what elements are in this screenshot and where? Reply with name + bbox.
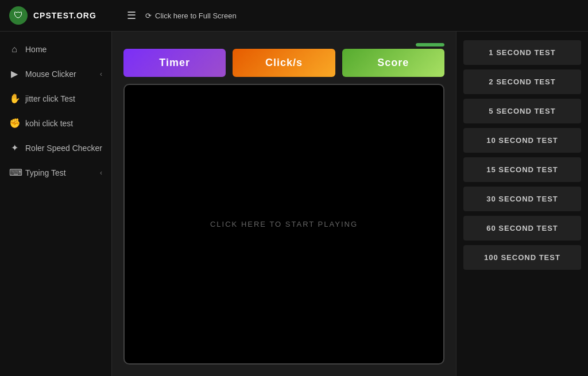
sidebar-item-left-roler-speed: ✦Roler Speed Checker (9, 142, 102, 153)
sidebar-item-roler-speed[interactable]: ✦Roler Speed Checker (0, 135, 111, 160)
test-button-2s[interactable]: 2 SECOND TEST (463, 69, 581, 94)
timer-button[interactable]: Timer (123, 49, 226, 77)
test-button-30s[interactable]: 30 SECOND TEST (463, 187, 581, 211)
fullscreen-label: Click here to Full Screen (155, 11, 237, 20)
sidebar-icon-jitter-click: ✋ (9, 93, 20, 104)
header-controls: ☰ ⟳ Click here to Full Screen (121, 9, 237, 22)
progress-bar-fill (416, 43, 444, 46)
clicks-button[interactable]: Click/s (233, 49, 335, 77)
sidebar-item-typing-test[interactable]: ⌨Typing Test‹ (0, 160, 111, 185)
sidebar-label-roler-speed: Roler Speed Checker (25, 144, 102, 153)
test-button-100s[interactable]: 100 SECOND TEST (463, 245, 581, 270)
progress-bar-container (123, 43, 444, 46)
test-button-60s[interactable]: 60 SECOND TEST (463, 216, 581, 241)
sidebar-label-kohi-click: kohi click test (25, 119, 73, 128)
sidebar-item-left-home: ⌂Home (9, 44, 47, 55)
sidebar-label-typing-test: Typing Test (25, 168, 66, 177)
logo-text: CPSTEST.ORG (33, 11, 96, 20)
sidebar-item-home[interactable]: ⌂Home (0, 37, 111, 61)
sidebar-item-jitter-click[interactable]: ✋jitter click Test (0, 86, 111, 111)
sidebar-item-kohi-click[interactable]: ✊kohi click test (0, 111, 111, 135)
fullscreen-icon: ⟳ (145, 11, 152, 20)
sidebar-label-jitter-click: jitter click Test (25, 94, 75, 103)
sidebar-item-left-mouse-clicker: ▶Mouse Clicker (9, 68, 76, 79)
logo-icon: 🛡 (9, 6, 28, 25)
sidebar-icon-mouse-clicker: ▶ (9, 68, 20, 79)
test-button-5s[interactable]: 5 SECOND TEST (463, 99, 581, 123)
game-start-text: CLICK HERE TO START PLAYING (210, 220, 358, 228)
test-button-15s[interactable]: 15 SECOND TEST (463, 157, 581, 182)
stat-buttons: Timer Click/s Score (123, 49, 444, 77)
sidebar-chevron-typing-test: ‹ (100, 169, 102, 177)
score-button[interactable]: Score (342, 49, 444, 77)
content-area: Timer Click/s Score CLICK HERE TO START … (112, 32, 456, 376)
test-button-10s[interactable]: 10 SECOND TEST (463, 128, 581, 153)
sidebar-label-mouse-clicker: Mouse Clicker (25, 69, 76, 79)
sidebar-item-left-jitter-click: ✋jitter click Test (9, 93, 75, 104)
sidebar-item-mouse-clicker[interactable]: ▶Mouse Clicker‹ (0, 61, 111, 86)
sidebar-icon-kohi-click: ✊ (9, 118, 20, 129)
sidebar-icon-roler-speed: ✦ (9, 142, 20, 153)
sidebar: ⌂Home▶Mouse Clicker‹✋jitter click Test✊k… (0, 32, 112, 376)
hamburger-icon[interactable]: ☰ (127, 9, 136, 22)
sidebar-label-home: Home (25, 45, 47, 54)
main-layout: ⌂Home▶Mouse Clicker‹✋jitter click Test✊k… (0, 32, 588, 376)
test-button-1s[interactable]: 1 SECOND TEST (463, 40, 581, 65)
sidebar-item-left-typing-test: ⌨Typing Test (9, 167, 66, 178)
game-area[interactable]: CLICK HERE TO START PLAYING (123, 84, 444, 365)
sidebar-icon-home: ⌂ (9, 44, 20, 55)
logo-area: 🛡 CPSTEST.ORG (9, 6, 121, 25)
top-bar: 🛡 CPSTEST.ORG ☰ ⟳ Click here to Full Scr… (0, 0, 588, 32)
fullscreen-button[interactable]: ⟳ Click here to Full Screen (145, 11, 237, 20)
sidebar-icon-typing-test: ⌨ (9, 167, 20, 178)
sidebar-item-left-kohi-click: ✊kohi click test (9, 118, 73, 129)
sidebar-chevron-mouse-clicker: ‹ (100, 70, 102, 78)
progress-bar-track (416, 43, 444, 46)
right-sidebar: 1 SECOND TEST2 SECOND TEST5 SECOND TEST1… (456, 32, 588, 376)
